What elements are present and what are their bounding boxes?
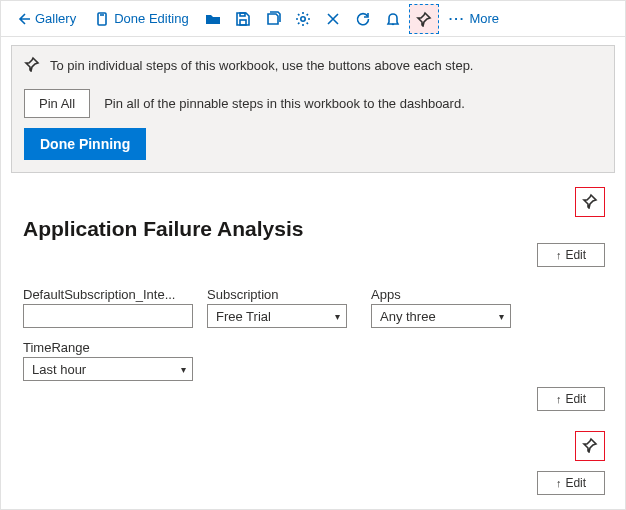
pin-icon	[582, 437, 598, 456]
step-edit-button-3[interactable]: ↑ Edit	[537, 471, 605, 495]
pin-icon	[24, 56, 40, 75]
edit-label: Edit	[565, 392, 586, 406]
device-icon	[94, 11, 110, 27]
gallery-label: Gallery	[35, 11, 76, 26]
chevron-down-icon: ▾	[181, 364, 186, 375]
param-value: Last hour	[32, 362, 86, 377]
param-label: TimeRange	[23, 340, 193, 355]
banner-line-1: To pin individual steps of this workbook…	[24, 56, 602, 75]
pin-toggle-button[interactable]	[409, 4, 439, 34]
pin-banner: To pin individual steps of this workbook…	[11, 45, 615, 173]
up-arrow-icon: ↑	[556, 477, 562, 489]
chevron-down-icon: ▾	[499, 311, 504, 322]
pin-all-button[interactable]: Pin All	[24, 89, 90, 118]
svg-rect-2	[240, 20, 246, 25]
pin-icon	[416, 11, 432, 27]
step-pin-button-1[interactable]	[575, 187, 605, 217]
workbook-content: ↑ Edit Application Failure Analysis Defa…	[1, 173, 625, 391]
gallery-button[interactable]: Gallery	[7, 4, 84, 34]
more-label: More	[469, 11, 499, 26]
param-default-subscription-select[interactable]	[23, 304, 193, 328]
alert-button[interactable]	[379, 4, 407, 34]
banner-text-2: Pin all of the pinnable steps in this wo…	[104, 96, 465, 111]
close-button[interactable]	[319, 4, 347, 34]
done-editing-label: Done Editing	[114, 11, 188, 26]
app-frame: Gallery Done Editing	[0, 0, 626, 510]
param-timerange: TimeRange Last hour ▾	[23, 340, 193, 381]
more-dots-icon: ···	[449, 11, 466, 26]
parameters-block: DefaultSubscription_Inte... Subscription…	[23, 287, 523, 381]
toolbar: Gallery Done Editing	[1, 1, 625, 37]
edit-label: Edit	[565, 476, 586, 490]
bell-icon	[385, 11, 401, 27]
done-pinning-button[interactable]: Done Pinning	[24, 128, 146, 160]
page-title: Application Failure Analysis	[23, 217, 607, 241]
back-arrow-icon	[15, 11, 31, 27]
banner-line-2: Pin All Pin all of the pinnable steps in…	[24, 89, 602, 118]
param-default-subscription: DefaultSubscription_Inte...	[23, 287, 193, 328]
more-button[interactable]: ··· More	[441, 4, 507, 34]
save-icon	[235, 11, 251, 27]
step-edit-button-2[interactable]: ↑ Edit	[537, 387, 605, 411]
param-apps: Apps Any three ▾	[371, 287, 521, 328]
svg-rect-3	[240, 13, 245, 16]
param-value: Free Trial	[216, 309, 271, 324]
done-editing-button[interactable]: Done Editing	[86, 4, 196, 34]
step-edit-button-1[interactable]: ↑ Edit	[537, 243, 605, 267]
param-subscription-select[interactable]: Free Trial ▾	[207, 304, 347, 328]
folder-button[interactable]	[199, 4, 227, 34]
save-button[interactable]	[229, 4, 257, 34]
step-pin-button-2[interactable]	[575, 431, 605, 461]
save-copy-icon	[265, 11, 281, 27]
param-label: Subscription	[207, 287, 357, 302]
banner-text-1: To pin individual steps of this workbook…	[50, 58, 473, 73]
up-arrow-icon: ↑	[556, 393, 562, 405]
refresh-icon	[355, 11, 371, 27]
close-icon	[325, 11, 341, 27]
up-arrow-icon: ↑	[556, 249, 562, 261]
param-label: Apps	[371, 287, 521, 302]
edit-label: Edit	[565, 248, 586, 262]
pin-icon	[582, 193, 598, 212]
param-subscription: Subscription Free Trial ▾	[207, 287, 357, 328]
folder-icon	[205, 11, 221, 27]
gear-icon	[295, 11, 311, 27]
chevron-down-icon: ▾	[335, 311, 340, 322]
param-value: Any three	[380, 309, 436, 324]
param-apps-select[interactable]: Any three ▾	[371, 304, 511, 328]
save-copy-button[interactable]	[259, 4, 287, 34]
param-label: DefaultSubscription_Inte...	[23, 287, 193, 302]
svg-point-4	[300, 16, 304, 20]
settings-button[interactable]	[289, 4, 317, 34]
refresh-button[interactable]	[349, 4, 377, 34]
param-timerange-select[interactable]: Last hour ▾	[23, 357, 193, 381]
